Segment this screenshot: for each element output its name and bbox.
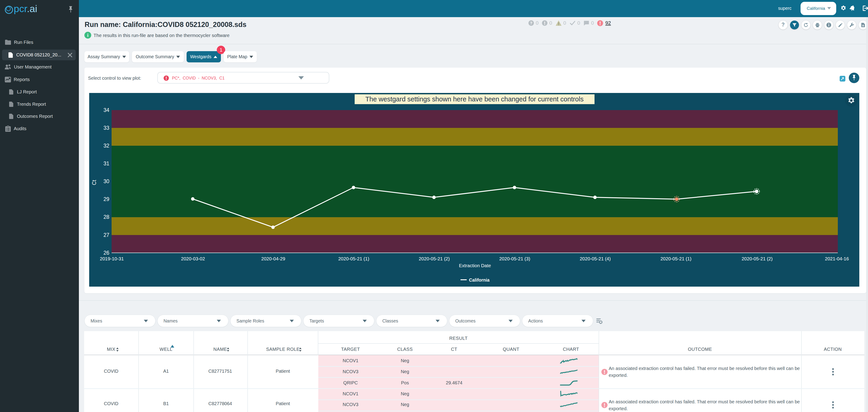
svg-text:28: 28 [103,214,109,220]
svg-text:2020-05-21 (4): 2020-05-21 (4) [580,256,611,261]
svg-text:2020-05-21 (2): 2020-05-21 (2) [742,256,773,261]
svg-text:2020-05-21 (1): 2020-05-21 (1) [338,256,369,261]
svg-text:2020-05-21 (3): 2020-05-21 (3) [499,256,530,261]
svg-text:?: ? [781,22,784,28]
svg-text:Extraction Date: Extraction Date [459,263,491,268]
svg-text:2020-05-21 (1): 2020-05-21 (1) [660,256,691,261]
svg-text:26: 26 [103,250,109,256]
svg-text:2020-05-21 (2): 2020-05-21 (2) [419,256,450,261]
svg-text:2019-10-31: 2019-10-31 [100,256,124,261]
svg-text:34: 34 [103,107,109,113]
svg-text:2020-04-29: 2020-04-29 [261,256,285,261]
svg-text:27: 27 [103,232,109,238]
svg-text:30: 30 [103,178,109,184]
svg-text:2020-03-02: 2020-03-02 [181,256,205,261]
svg-text:33: 33 [103,125,109,131]
svg-text:2021-04-16: 2021-04-16 [825,256,849,261]
svg-text:The westgard settings shown he: The westgard settings shown here have be… [365,96,584,103]
svg-text:California: California [469,277,490,282]
svg-text:?: ? [530,21,532,25]
svg-text:31: 31 [103,161,109,167]
svg-text:Ct: Ct [91,180,97,185]
svg-text:29: 29 [103,196,109,202]
svg-text:32: 32 [103,143,109,149]
